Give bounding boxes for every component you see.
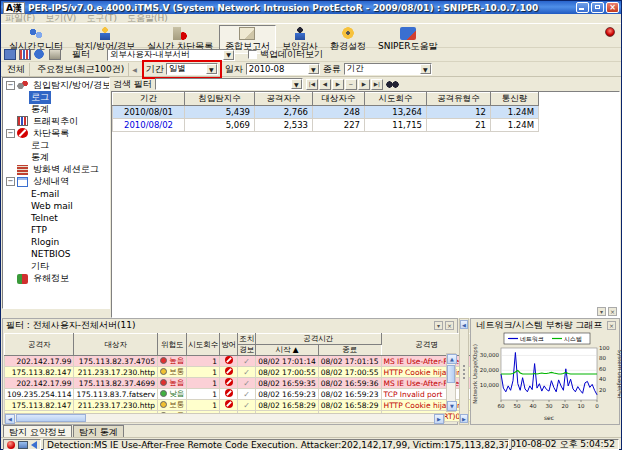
tab-detection-stats[interactable]: 탐지 통계: [73, 425, 124, 437]
tree-item-email[interactable]: E-mail: [5, 188, 109, 200]
collapse-arrow-icon[interactable]: ◀: [132, 66, 137, 73]
report-col-5[interactable]: 공격유형수: [427, 93, 491, 106]
scroll-thumb[interactable]: [447, 365, 455, 383]
report-grid-icon[interactable]: [4, 49, 16, 60]
maximize-button[interactable]: [591, 2, 604, 13]
report-col-0[interactable]: 기간: [113, 93, 185, 106]
speaker-icon[interactable]: [31, 441, 37, 449]
expander-minus-icon[interactable]: −: [6, 81, 15, 90]
tree-item-intrusion-root[interactable]: −침입탐지/방어/경보: [5, 79, 109, 91]
tree-item-intrusion-log[interactable]: 로그: [5, 91, 109, 103]
splitter-arrow-icon[interactable]: ◀: [460, 320, 468, 329]
col-attack-time[interactable]: 공격시간: [256, 334, 381, 345]
col-alarm[interactable]: 경보: [238, 345, 256, 356]
scroll-right-icon[interactable]: ▶: [434, 414, 444, 424]
report-col-1[interactable]: 침입탐지수: [185, 93, 255, 106]
detail-panel-title: 필터 : 전체사용자-전체서버(11): [6, 319, 432, 332]
tree-item-rlogin[interactable]: Rlogin: [5, 236, 109, 248]
report-col-4[interactable]: 시도회수: [365, 93, 427, 106]
scroll-left-icon[interactable]: ◀: [5, 414, 15, 424]
x-tick: 60: [498, 403, 505, 409]
date-select[interactable]: 2010-08 ▼: [246, 63, 320, 75]
close-button[interactable]: ×: [606, 2, 619, 13]
panel-collapse-button[interactable]: ▾: [597, 307, 606, 316]
attack-row[interactable]: 202.142.17.99175.113.82.37.4699높음1✓08/02…: [5, 378, 472, 389]
forward-record-icon[interactable]: ▶: [358, 79, 370, 90]
report-col-6[interactable]: 통신량: [491, 93, 539, 106]
attack-row[interactable]: 109.235.254.114175.113.83.7.fatserv낮음1✓0…: [5, 389, 472, 400]
minimize-button[interactable]: [576, 2, 589, 13]
col-attempts[interactable]: 시도회수: [187, 334, 220, 356]
last-record-icon[interactable]: ▶|: [371, 79, 383, 90]
col-end[interactable]: 종료: [318, 345, 381, 356]
record-dot-icon[interactable]: [7, 441, 15, 449]
splitter-arrow-icon[interactable]: ▶: [460, 414, 468, 423]
panel-splitter[interactable]: ◀ ▶: [459, 318, 469, 425]
panel-collapse-button[interactable]: ▾: [434, 321, 443, 330]
tree-item-telnet[interactable]: Telnet: [5, 212, 109, 224]
scroll-up-icon[interactable]: ▲: [447, 354, 457, 364]
tree-item-harmful-info[interactable]: 유해정보: [5, 273, 109, 285]
attack-row[interactable]: 175.113.82.147211.233.17.230.http보통1✓08/…: [5, 400, 472, 411]
binoculars-icon[interactable]: [386, 80, 399, 89]
tab-all[interactable]: 전체: [3, 63, 30, 76]
panel-close-button[interactable]: ×: [445, 321, 454, 330]
chevron-down-icon[interactable]: ▼: [420, 64, 431, 74]
panel-close-button[interactable]: ×: [607, 321, 616, 330]
period-select[interactable]: 일별 ▼: [166, 63, 218, 75]
tree-item-label: 차단목록: [31, 127, 71, 140]
delete-record-icon[interactable]: −: [345, 79, 357, 90]
chevron-down-icon[interactable]: ▼: [223, 50, 234, 60]
attack-row[interactable]: 202.142.17.99175.113.82.37.4705높음1✓08/02…: [5, 356, 472, 367]
attack-row[interactable]: 175.113.82.147211.233.17.230.http보통1✓08/…: [5, 367, 472, 378]
expander-minus-icon[interactable]: −: [6, 129, 15, 138]
next-record-icon[interactable]: ▶: [332, 79, 344, 90]
attacker-cell: 175.113.82.147: [5, 400, 74, 411]
scroll-down-icon[interactable]: ▼: [447, 401, 457, 411]
horizontal-scrollbar[interactable]: ◀ ▶: [4, 413, 445, 423]
first-record-icon[interactable]: |◀: [306, 79, 318, 90]
tree-item-firewall-session-log[interactable]: 방화벽 세션로그: [5, 164, 109, 176]
tree-item-etc-other[interactable]: 기타: [5, 260, 109, 272]
refresh-icon[interactable]: [34, 49, 46, 60]
tree-item-ftp[interactable]: FTP: [5, 224, 109, 236]
col-target[interactable]: 대상자: [74, 334, 158, 356]
tree-item-intrusion-stats[interactable]: 통계: [5, 103, 109, 115]
col-action[interactable]: 조치: [238, 334, 256, 345]
report-col-2[interactable]: 공격자수: [255, 93, 313, 106]
tree-item-block-log[interactable]: 로그: [5, 139, 109, 151]
gauge-icon[interactable]: [605, 27, 615, 37]
expander-minus-icon[interactable]: −: [6, 177, 15, 186]
search-filter-select[interactable]: ▼: [155, 78, 303, 90]
col-defense[interactable]: 방어: [220, 334, 238, 356]
panel-close-button[interactable]: ×: [608, 307, 617, 316]
col-attacker[interactable]: 공격자: [5, 334, 74, 356]
type-select[interactable]: 기간 ▼: [344, 63, 432, 75]
chevron-down-icon[interactable]: ▼: [206, 64, 217, 74]
tree-item-blocklist[interactable]: −차단목록: [5, 127, 109, 139]
col-risk[interactable]: 위험도: [158, 334, 187, 356]
tree-item-block-stats[interactable]: 통계: [5, 152, 109, 164]
report-col-3[interactable]: 대상자수: [313, 93, 365, 106]
chevron-down-icon[interactable]: ▼: [291, 79, 302, 89]
vertical-scrollbar[interactable]: ▲ ▼: [446, 353, 456, 412]
tree-item-traffic-trend[interactable]: 트래픽추이: [5, 115, 109, 127]
drag-handle[interactable]: [463, 365, 465, 379]
traffic-chart-icon[interactable]: [19, 49, 31, 60]
tree-item-details[interactable]: −상세내역: [5, 176, 109, 188]
report-row[interactable]: 2010/08/015,4392,76624813,264121.24M: [113, 106, 539, 119]
backup-data-checkbox[interactable]: [248, 50, 257, 59]
tree-item-label: 통계: [29, 103, 51, 116]
tree-item-netbios[interactable]: NETBIOS: [5, 248, 109, 260]
report-date-cell[interactable]: 2010/08/02: [113, 119, 185, 132]
chevron-down-icon[interactable]: ▼: [308, 64, 319, 74]
tab-detection-summary[interactable]: 탐지 요약정보: [3, 425, 72, 437]
prev-record-icon[interactable]: ◀: [319, 79, 331, 90]
scroll-thumb[interactable]: [16, 414, 86, 422]
col-start[interactable]: 시작 ▲: [256, 345, 319, 356]
monitor-icon[interactable]: [18, 441, 28, 449]
tab-key-info[interactable]: 주요정보(최근100건): [33, 63, 129, 76]
tree-item-webmail[interactable]: Web mail: [5, 200, 109, 212]
print-icon[interactable]: [49, 49, 61, 60]
report-row[interactable]: 2010/08/025,0692,53322711,715211.24M: [113, 119, 539, 132]
